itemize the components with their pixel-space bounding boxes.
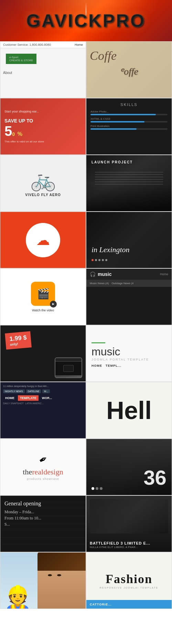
news-tags-row: NIGHTLY NEWS DATELINE M...: [3, 389, 83, 393]
tag-more[interactable]: M...: [42, 389, 50, 393]
music-nav-cell: 🎧 music Home Music News (4) Outstage New…: [86, 268, 172, 325]
esport-logo: e-Sport CREATE & STORE: [6, 54, 36, 64]
bike-cell: 🚲 VIVELO FLY AERO: [0, 155, 86, 212]
skill-item-photoshop: Adobe Photo...: [90, 110, 168, 115]
device-screen-top: [55, 358, 82, 362]
shopping-cell: Start your shopping ear... SAVE UP TO 50…: [0, 98, 86, 155]
dot-2[interactable]: [95, 259, 97, 261]
jersey-dot-1[interactable]: [92, 487, 94, 490]
lexington-text: in Lexington: [92, 245, 130, 254]
price-cell: 1.99 $ only!: [0, 325, 86, 382]
portal-title: music: [92, 346, 166, 357]
hello-large-text: Hell: [106, 398, 152, 423]
nav-world[interactable]: WOR...: [40, 395, 54, 401]
eye-right: [57, 574, 61, 576]
template-grid: Customer Service: 1.800.800.8080 Home e-…: [0, 41, 172, 609]
battlefield-title: BATTLEFIELD 3 LIMITED E...: [90, 541, 168, 545]
portal-nav-template[interactable]: TEMPL...: [106, 364, 121, 367]
shopping-offer-text: This offer is valid on all our store: [4, 140, 82, 143]
tab-music-news[interactable]: Music News (4): [90, 282, 109, 285]
woman-portrait: [37, 552, 86, 609]
about-link[interactable]: About: [3, 71, 12, 75]
price-badge: 1.99 $ only!: [5, 331, 32, 350]
header-banner: GAVICKPRO: [0, 0, 172, 41]
skill-item-xhtml: XHTML & CSS3: [90, 117, 168, 122]
battlefield-subtitle: NULLA VITAE ELIT LIBERO, A PHAR...: [90, 546, 168, 548]
tab-outstage-news[interactable]: Outstage News (4: [111, 282, 133, 285]
nav-home[interactable]: HOME: [3, 395, 17, 401]
skills-heading: SKILLS: [90, 103, 168, 107]
cloud-circle: ☁: [26, 223, 60, 257]
portal-nav-home[interactable]: HOME: [92, 364, 102, 367]
music-nav-title: music: [98, 271, 111, 277]
nav-template[interactable]: TEMPLATE: [18, 395, 39, 401]
music-tab-bar: Music News (4) Outstage News (4: [86, 280, 172, 287]
tag-nightly[interactable]: NIGHTLY NEWS: [3, 389, 25, 393]
coffe-decorative: Coffe: [90, 49, 117, 63]
skills-cell: SKILLS Adobe Photo... XHTML & CSS3 Print…: [86, 98, 172, 155]
esport-tagline: CREATE & STORE: [9, 59, 33, 62]
lexington-cell: in Lexington: [86, 212, 172, 268]
tag-dateline[interactable]: DATELINE: [26, 389, 41, 393]
launch-project-label: LAUNCH PROJECT: [92, 160, 133, 164]
gradient-overlay: [86, 184, 172, 211]
opening-hours: Monday – Frida... From 11:00am to 10... …: [4, 509, 82, 527]
woman-eyes: [48, 574, 61, 576]
news-cell: 11 million desperately hungry in East Af…: [0, 382, 86, 439]
video-label: Watch the video: [32, 309, 54, 312]
shopping-headline: Start your shopping ear...: [4, 110, 82, 113]
jersey-dot-2[interactable]: [96, 487, 98, 490]
jersey-slide-dots: [92, 487, 103, 490]
skill-item-print: Print Illustration: [90, 125, 168, 130]
device-screen: [55, 362, 82, 375]
eye-left: [48, 574, 52, 576]
jersey-number: 36: [143, 468, 166, 488]
customer-service-text: Customer Service: 1.800.800.8080: [3, 43, 51, 46]
fashion-subtitle: RESPONSIVE JOOMLAI TEMPLATE: [100, 586, 158, 590]
cloud-icon: ☁: [36, 232, 50, 248]
news-headline: 11 million desperately hungry in East Af…: [3, 385, 83, 387]
home-link[interactable]: Home: [75, 43, 83, 46]
jersey-dot-3[interactable]: [100, 487, 103, 490]
opening-cell: General opening Monday – Frida... From 1…: [0, 495, 86, 552]
cloud-cell: ☁: [0, 212, 86, 268]
battlefield-cell: BATTLEFIELD 3 LIMITED E... NULLA VITAE E…: [86, 495, 172, 552]
worker-bg: 👷: [0, 552, 86, 609]
news-sub-nav-row: DAILY SNAPSHOT LATIN AMERIC...: [3, 402, 83, 405]
woman-hair: [37, 552, 86, 571]
hello-cell: Hell: [86, 382, 172, 439]
helmet-icon: 👷: [4, 586, 32, 609]
news-nav-row: HOME TEMPLATE WOR...: [3, 395, 83, 401]
coffe-logo-text: ᵉoffe: [120, 62, 138, 78]
skill-bar-xhtml: [90, 121, 168, 122]
dot-4[interactable]: [102, 259, 104, 261]
dot-5[interactable]: [105, 259, 107, 261]
skill-bar-print: [90, 128, 168, 130]
pen-icon: ✒: [36, 452, 50, 467]
realdesign-cell: ✒ therealdesign products showcase: [0, 439, 86, 495]
music-nav-top: 🎧 music Home: [86, 269, 172, 280]
smoke-effect: [86, 2, 87, 15]
music-home-link[interactable]: Home: [160, 272, 168, 276]
dot-1[interactable]: [92, 259, 94, 261]
soldier-shape: [90, 499, 168, 534]
esport-cell: Customer Service: 1.800.800.8080 Home e-…: [0, 41, 86, 98]
fashion-title: Fashion: [106, 572, 152, 586]
jersey-cell: 36: [86, 439, 172, 495]
slide-dots: [92, 259, 107, 261]
dot-3[interactable]: [98, 259, 100, 261]
fashion-category-bar: CATTORIE...: [86, 600, 172, 609]
sub-nav-latin[interactable]: LATIN AMERIC...: [25, 402, 44, 405]
realdesign-tagline: products showcase: [27, 477, 59, 481]
video-play-icon[interactable]: 🎬: [31, 282, 55, 306]
portal-nav-bar: HOME TEMPL...: [92, 364, 166, 367]
portal-accent-line: [92, 342, 105, 343]
screen-content: [63, 365, 74, 372]
portal-subtitle: JOOMLA PORTAL TEMPLATE: [92, 358, 166, 361]
music-portal-cell: music JOOMLA PORTAL TEMPLATE HOME TEMPL.…: [86, 325, 172, 382]
launch-cell: LAUNCH PROJECT: [86, 155, 172, 212]
device-mockup: [55, 357, 82, 378]
skill-bar-photoshop: [90, 114, 168, 115]
worker-left: 👷: [4, 586, 32, 609]
sub-nav-snapshot[interactable]: DAILY SNAPSHOT: [3, 402, 24, 405]
